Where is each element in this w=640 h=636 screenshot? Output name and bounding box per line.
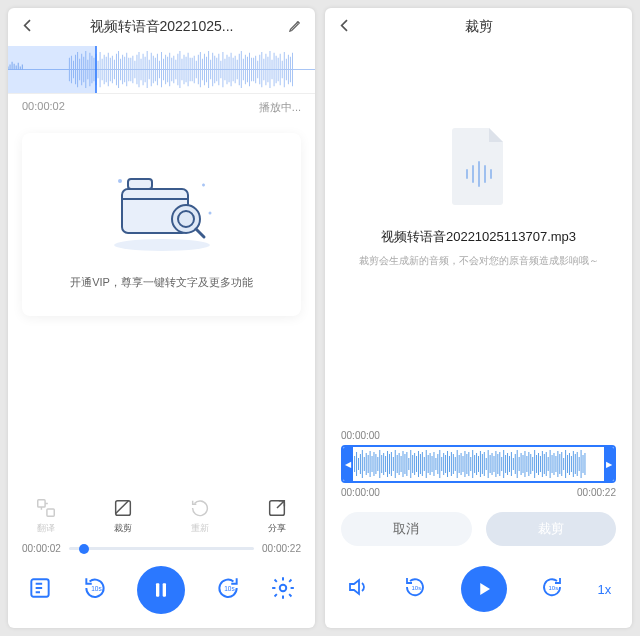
trim-range-row: 00:00:00 00:00:22 — [325, 483, 632, 508]
svg-point-10 — [118, 179, 122, 183]
folder-search-illustration — [22, 163, 301, 257]
forward-10s-icon[interactable]: 10s — [540, 575, 564, 603]
playback-speed-button[interactable]: 1x — [598, 582, 612, 597]
svg-rect-6 — [128, 179, 152, 189]
playback-status: 播放中... — [259, 100, 301, 115]
back-icon[interactable] — [20, 18, 36, 37]
pause-button[interactable] — [137, 566, 185, 614]
svg-line-9 — [196, 229, 204, 237]
player-controls: 10s 10s — [8, 560, 315, 628]
time-status-row: 00:00:02 播放中... — [8, 94, 315, 119]
file-info-block: 视频转语音20221025113707.mp3 裁剪会生成新的音频，不会对您的原… — [325, 46, 632, 268]
svg-point-11 — [208, 212, 211, 215]
translate-label: 翻译 — [37, 522, 55, 535]
settings-icon[interactable] — [270, 575, 296, 605]
svg-rect-13 — [47, 509, 54, 516]
vip-prompt-text: 开通VIP，尊享一键转文字及更多功能 — [22, 275, 301, 290]
cancel-button[interactable]: 取消 — [341, 512, 472, 546]
svg-point-21 — [280, 585, 287, 592]
rerecord-button[interactable]: 重新 — [189, 497, 211, 535]
svg-text:10s: 10s — [412, 585, 422, 591]
trim-range-end: 00:00:22 — [577, 487, 616, 498]
progress-row: 00:00:02 00:00:22 — [8, 541, 315, 560]
svg-text:10s: 10s — [224, 585, 235, 592]
trim-playhead-time: 00:00:00 — [325, 430, 632, 445]
file-subtext: 裁剪会生成新的音频，不会对您的原音频造成影响哦～ — [345, 254, 612, 268]
player-controls: 10s 10s 1x — [325, 560, 632, 628]
svg-rect-12 — [38, 500, 45, 507]
svg-rect-14 — [116, 501, 131, 516]
vip-prompt-card[interactable]: 开通VIP，尊享一键转文字及更多功能 — [22, 133, 301, 316]
page-title: 视频转语音20221025... — [90, 18, 234, 36]
share-button[interactable]: 分享 — [266, 497, 288, 535]
file-name: 视频转语音20221025113707.mp3 — [345, 228, 612, 246]
header: 视频转语音20221025... — [8, 8, 315, 46]
svg-text:10s: 10s — [91, 585, 102, 592]
back-icon[interactable] — [337, 18, 353, 37]
svg-text:10s: 10s — [549, 585, 559, 591]
trim-range-start: 00:00:00 — [341, 487, 380, 498]
audio-player-screen: 视频转语音20221025... — [8, 8, 315, 628]
header: 裁剪 — [325, 8, 632, 46]
progress-position: 00:00:02 — [22, 543, 61, 554]
svg-rect-19 — [163, 583, 166, 596]
play-button[interactable] — [461, 566, 507, 612]
audio-file-icon — [345, 126, 612, 210]
translate-button[interactable]: 翻译 — [35, 497, 57, 535]
progress-slider[interactable] — [69, 547, 254, 550]
svg-rect-2 — [8, 46, 96, 93]
progress-duration: 00:00:22 — [262, 543, 301, 554]
trim-waveform[interactable]: ◀ ▶ — [341, 445, 616, 483]
waveform-overview[interactable] — [8, 46, 315, 94]
trim-handle-right[interactable]: ▶ — [604, 447, 614, 481]
volume-icon[interactable] — [346, 575, 370, 603]
share-label: 分享 — [268, 522, 286, 535]
trim-screen: 裁剪 视频转语音20221025113707.mp3 裁剪会生成新的音频，不会对… — [325, 8, 632, 628]
svg-point-4 — [114, 239, 210, 251]
forward-10s-icon[interactable]: 10s — [215, 575, 241, 605]
trim-label: 裁剪 — [114, 522, 132, 535]
trim-handle-left[interactable]: ◀ — [343, 447, 353, 481]
edit-icon[interactable] — [288, 18, 303, 36]
confirm-trim-button[interactable]: 裁剪 — [486, 512, 617, 546]
svg-rect-18 — [156, 583, 159, 596]
rerecord-label: 重新 — [191, 522, 209, 535]
button-row: 取消 裁剪 — [325, 508, 632, 560]
progress-thumb[interactable] — [79, 544, 89, 554]
rewind-10s-icon[interactable]: 10s — [403, 575, 427, 603]
rewind-10s-icon[interactable]: 10s — [82, 575, 108, 605]
cancel-label: 取消 — [393, 520, 419, 538]
page-title: 裁剪 — [465, 18, 493, 36]
playlist-icon[interactable] — [27, 575, 53, 605]
current-time: 00:00:02 — [22, 100, 65, 115]
trim-button[interactable]: 裁剪 — [112, 497, 134, 535]
confirm-label: 裁剪 — [538, 520, 564, 538]
action-row: 翻译 裁剪 重新 分享 — [8, 495, 315, 541]
